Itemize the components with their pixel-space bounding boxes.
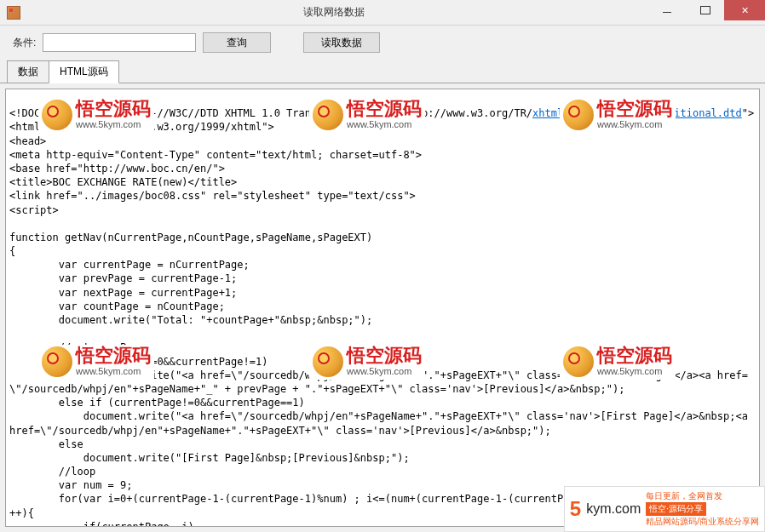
source-line: var nextPage = currentPage+1; bbox=[9, 287, 237, 299]
html-source-viewer[interactable]: <!DOCTYPE html PUBLIC "-//W3C//DTD XHTML… bbox=[5, 89, 760, 527]
source-line: var prevPage = currentPage-1; bbox=[9, 272, 237, 284]
corner-badge: 5 kym.com 每日更新，全网首发 悟空·源码分享 精品网站源码/商业系统分… bbox=[564, 486, 765, 532]
source-line: document.write("[First Page]&nbsp;[Previ… bbox=[9, 452, 410, 464]
source-line: else if (currentPage!=0&&currentPage==1) bbox=[9, 397, 305, 409]
source-line: <script> bbox=[9, 204, 59, 216]
query-button[interactable]: 查询 bbox=[203, 32, 271, 53]
condition-label: 条件: bbox=[13, 36, 36, 50]
source-line: var num = 9; bbox=[9, 479, 133, 491]
watermark-text-url: www.5kym.com bbox=[597, 118, 672, 131]
badge-tagline-3: 精品网站源码/商业系统分享网 bbox=[646, 516, 759, 528]
source-link[interactable]: xhtml1/DTD/xhtml1-transitional.dtd bbox=[532, 107, 742, 119]
source-line: else bbox=[9, 438, 83, 450]
source-line: if(currentPage!=0&&currentPage!=1) bbox=[9, 356, 267, 368]
source-line: document.write("<a href=\"/sourcedb/whpj… bbox=[9, 369, 748, 395]
source-line: //loop bbox=[9, 466, 95, 478]
minimize-button[interactable] bbox=[647, 0, 686, 20]
source-line: <html xmlns="http://www.w3.org/1999/xhtm… bbox=[9, 121, 274, 133]
content-area: <!DOCTYPE html PUBLIC "-//W3C//DTD XHTML… bbox=[0, 83, 765, 532]
source-line: var countPage = nCountPage; bbox=[9, 300, 225, 312]
source-line: if(currentPage==i) bbox=[9, 521, 194, 527]
source-line: document.write("Total: "+countPage+"&nbs… bbox=[9, 314, 372, 326]
watermark-text-cn: 悟空源码 bbox=[597, 346, 672, 365]
watermark-text-cn: 悟空源码 bbox=[347, 346, 422, 365]
source-line: { bbox=[9, 245, 15, 257]
tab-html-source[interactable]: HTML源码 bbox=[49, 60, 119, 83]
titlebar: 读取网络数据 bbox=[0, 0, 765, 26]
source-line: <head> bbox=[9, 135, 46, 147]
source-line: document.write("<a href=\"/sourcedb/whpj… bbox=[9, 410, 754, 436]
badge-tagline-1: 每日更新，全网首发 bbox=[646, 490, 722, 502]
watermark-text-url: www.5kym.com bbox=[347, 118, 422, 131]
badge-number: 5 bbox=[570, 497, 581, 521]
tab-strip: 数据 HTML源码 bbox=[0, 60, 765, 83]
app-icon bbox=[7, 6, 20, 20]
source-line: <meta http-equiv="Content-Type" content=… bbox=[9, 149, 422, 161]
source-line: <link href="../images/boc08.css" rel="st… bbox=[9, 190, 416, 202]
source-line: //set prevPage bbox=[9, 341, 145, 353]
app-window: 读取网络数据 条件: 查询 读取数据 数据 HTML源码 <!DOCTYPE h… bbox=[0, 0, 765, 532]
source-line: <title>BOC EXCHANGE RATE(new)</title> bbox=[9, 176, 237, 188]
condition-input[interactable] bbox=[43, 33, 196, 52]
source-line: <base href="http://www.boc.cn/en/"> bbox=[9, 163, 225, 174]
source-line: <!DOCTYPE html PUBLIC "-//W3C//DTD XHTML… bbox=[9, 107, 532, 119]
tab-data[interactable]: 数据 bbox=[7, 60, 49, 83]
window-controls bbox=[647, 0, 765, 25]
source-line: function getNav(nCurrentPage,nCountPage,… bbox=[9, 232, 372, 243]
source-line: var currentPage = nCurrentPage; bbox=[9, 259, 250, 271]
badge-domain: kym.com bbox=[586, 501, 641, 517]
maximize-button[interactable] bbox=[686, 0, 724, 20]
read-data-button[interactable]: 读取数据 bbox=[303, 32, 380, 53]
close-button[interactable] bbox=[724, 0, 765, 20]
badge-tagline-2: 悟空·源码分享 bbox=[646, 502, 706, 516]
window-title: 读取网络数据 bbox=[20, 5, 647, 20]
source-line: "> bbox=[742, 107, 754, 119]
toolbar: 条件: 查询 读取数据 bbox=[0, 26, 765, 60]
